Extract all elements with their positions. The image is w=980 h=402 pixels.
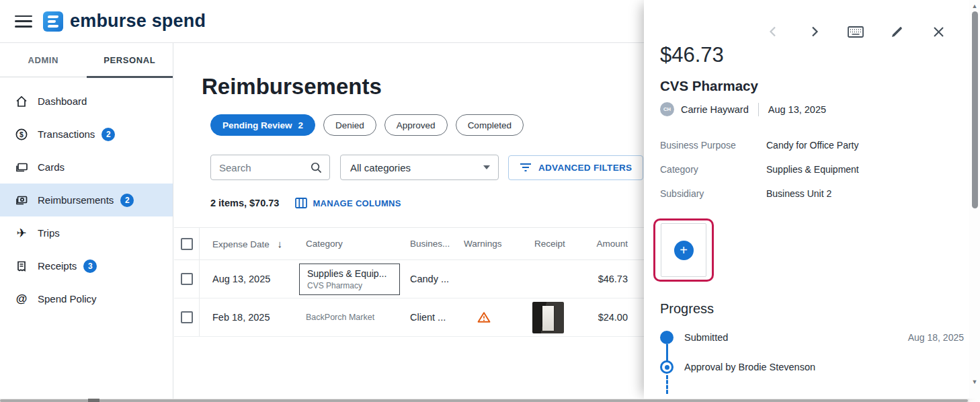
col-category[interactable]: Category bbox=[304, 239, 409, 249]
policy-icon: @ bbox=[15, 292, 28, 306]
warning-icon bbox=[477, 311, 491, 323]
timeline-step-approval: Approval by Brodie Stevenson bbox=[660, 360, 964, 374]
row-checkbox[interactable] bbox=[181, 273, 193, 285]
sidebar: ADMIN PERSONAL Dashboard $ Transactions … bbox=[0, 43, 173, 399]
chip-pending-review[interactable]: Pending Review 2 bbox=[210, 114, 315, 136]
submitter-row: CH Carrie Hayward Aug 13, 2025 bbox=[660, 102, 826, 116]
select-all-checkbox[interactable] bbox=[181, 238, 193, 250]
sidebar-item-spend-policy[interactable]: @ Spend Policy bbox=[0, 282, 173, 315]
col-expense-date[interactable]: Expense Date ↓ bbox=[200, 238, 304, 249]
expense-date: Aug 13, 2025 bbox=[768, 104, 826, 115]
filter-row: All categories ADVANCED FILTERS bbox=[210, 155, 644, 180]
amount-cell: $24.00 bbox=[588, 312, 644, 323]
chevron-left-icon bbox=[767, 26, 779, 38]
pending-review-count: 2 bbox=[298, 120, 304, 130]
edit-expense-button[interactable] bbox=[888, 22, 907, 41]
close-panel-button[interactable] bbox=[929, 22, 948, 41]
col-receipt[interactable]: Receipt bbox=[533, 239, 588, 249]
sidebar-tabs: ADMIN PERSONAL bbox=[0, 43, 173, 77]
category-cell-focused[interactable]: Supplies & Equip... CVS Pharmacy bbox=[299, 264, 400, 295]
chip-completed[interactable]: Completed bbox=[456, 114, 524, 136]
next-expense-button[interactable] bbox=[805, 22, 824, 41]
prev-expense-button[interactable] bbox=[764, 22, 782, 41]
scroll-down-arrow[interactable]: ▼ bbox=[971, 379, 978, 385]
columns-icon bbox=[295, 198, 307, 208]
expense-amount: $46.73 bbox=[660, 43, 724, 67]
expense-fields: Business Purpose Candy for Office Party … bbox=[660, 140, 964, 212]
chip-denied[interactable]: Denied bbox=[323, 114, 376, 136]
field-subsidiary: Subsidiary Business Unit 2 bbox=[660, 188, 964, 199]
reimbursements-table: Expense Date ↓ Category Busines... Warni… bbox=[174, 227, 644, 337]
category-dropdown[interactable]: All categories bbox=[340, 155, 499, 180]
tab-admin[interactable]: ADMIN bbox=[0, 43, 87, 77]
vertical-scrollbar-thumb[interactable] bbox=[972, 11, 978, 208]
col-warnings[interactable]: Warnings bbox=[462, 239, 533, 249]
field-business-purpose: Business Purpose Candy for Office Party bbox=[660, 140, 964, 151]
close-icon bbox=[933, 26, 944, 38]
chevron-right-icon bbox=[809, 26, 821, 38]
plane-icon: ✈︎ bbox=[15, 227, 28, 240]
manage-columns-button[interactable]: MANAGE COLUMNS bbox=[295, 198, 401, 208]
search-icon bbox=[310, 161, 323, 174]
sidebar-item-reimbursements[interactable]: Reimbursements 2 bbox=[0, 184, 173, 216]
horizontal-scrollbar-thumb[interactable] bbox=[0, 399, 968, 402]
progress-title: Progress bbox=[660, 301, 714, 317]
items-summary: 2 items, $70.73 bbox=[210, 198, 279, 208]
transactions-badge: 2 bbox=[101, 128, 115, 141]
expense-date-cell: Feb 18, 2025 bbox=[200, 312, 304, 323]
page-title: Reimbursements bbox=[202, 74, 644, 99]
vertical-scrollbar[interactable]: ▲ ▼ bbox=[969, 0, 980, 399]
sidebar-item-receipts[interactable]: Receipts 3 bbox=[0, 249, 173, 282]
banknote-icon bbox=[15, 194, 28, 207]
receipt-icon bbox=[15, 259, 28, 273]
table-row[interactable]: Aug 13, 2025 Supplies & Equip... CVS Pha… bbox=[174, 260, 644, 298]
merchant-subtext: CVS Pharmacy bbox=[307, 281, 392, 290]
chevron-down-icon bbox=[483, 165, 490, 169]
sidebar-nav: Dashboard $ Transactions 2 Cards Reimbur… bbox=[0, 77, 173, 315]
table-header-row: Expense Date ↓ Category Busines... Warni… bbox=[174, 228, 644, 260]
hamburger-menu-icon[interactable] bbox=[15, 15, 32, 28]
select-all-cell bbox=[174, 228, 200, 259]
step-complete-icon bbox=[660, 331, 673, 344]
col-business-purpose[interactable]: Busines... bbox=[409, 239, 462, 249]
emburse-logo-icon bbox=[43, 11, 63, 32]
row-checkbox[interactable] bbox=[181, 311, 193, 323]
keyboard-shortcuts-button[interactable] bbox=[846, 22, 865, 41]
chip-approved[interactable]: Approved bbox=[384, 114, 448, 136]
receipt-thumbnail[interactable] bbox=[532, 302, 564, 333]
amount-cell: $46.73 bbox=[588, 274, 644, 284]
cards-icon bbox=[15, 161, 28, 174]
sidebar-item-transactions[interactable]: $ Transactions 2 bbox=[0, 118, 173, 151]
col-amount[interactable]: Amount bbox=[588, 239, 644, 249]
tab-personal[interactable]: PERSONAL bbox=[87, 43, 173, 77]
sidebar-item-cards[interactable]: Cards bbox=[0, 151, 173, 184]
business-purpose-cell: Candy ... bbox=[409, 274, 462, 284]
sidebar-item-trips[interactable]: ✈︎ Trips bbox=[0, 216, 173, 249]
home-icon bbox=[15, 95, 28, 108]
advanced-filters-button[interactable]: ADVANCED FILTERS bbox=[508, 155, 643, 180]
business-purpose-cell: Client ... bbox=[409, 312, 462, 323]
search-input[interactable] bbox=[219, 162, 310, 173]
field-category: Category Supplies & Equipment bbox=[660, 164, 964, 175]
status-filter-chips: Pending Review 2 Denied Approved Complet… bbox=[210, 114, 644, 136]
table-row[interactable]: Feb 18, 2025 BackPorch Market Client ...… bbox=[174, 298, 644, 337]
horizontal-scrollbar[interactable] bbox=[0, 399, 969, 402]
svg-text:$: $ bbox=[19, 130, 24, 138]
search-box bbox=[210, 155, 330, 180]
panel-action-bar bbox=[764, 22, 948, 41]
filter-icon bbox=[520, 163, 532, 172]
main-content: Reimbursements Pending Review 2 Denied A… bbox=[174, 43, 644, 399]
expense-detail-panel: $46.73 CVS Pharmacy CH Carrie Hayward Au… bbox=[644, 0, 980, 399]
keyboard-icon bbox=[848, 26, 864, 38]
submitter-name: Carrie Hayward bbox=[681, 104, 749, 115]
sidebar-item-dashboard[interactable]: Dashboard bbox=[0, 85, 173, 118]
scroll-up-arrow[interactable]: ▲ bbox=[971, 3, 978, 9]
dollar-circle-icon: $ bbox=[15, 128, 28, 141]
step-date: Aug 18, 2025 bbox=[908, 332, 964, 343]
sort-descending-icon[interactable]: ↓ bbox=[278, 238, 283, 249]
add-receipt-highlight: + bbox=[653, 218, 714, 282]
reimbursements-badge: 2 bbox=[120, 194, 134, 207]
plus-icon: + bbox=[674, 241, 694, 260]
add-receipt-button[interactable]: + bbox=[661, 223, 706, 277]
step-current-icon bbox=[660, 360, 673, 374]
